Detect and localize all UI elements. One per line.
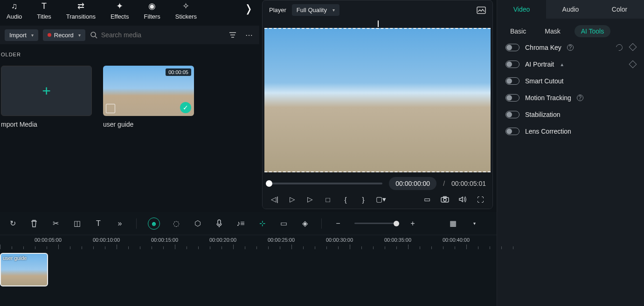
- playhead-icon[interactable]: [378, 20, 379, 27]
- subtab-mask[interactable]: Mask: [540, 25, 565, 37]
- snapshot-icon[interactable]: [477, 7, 486, 14]
- player-viewport[interactable]: [264, 28, 491, 172]
- help-icon[interactable]: ?: [577, 95, 583, 101]
- toggle-smart-cutout[interactable]: [506, 77, 519, 85]
- ai-assistant-button[interactable]: ☻: [148, 218, 160, 230]
- keyframe-icon[interactable]: [629, 61, 637, 68]
- toggle-stabilization[interactable]: [506, 111, 519, 118]
- timeline-clip[interactable]: user guide: [0, 253, 48, 286]
- stop-button[interactable]: □: [323, 195, 332, 204]
- player-controls-area: 00:00:00:00 / 00:00:05:01 ◁| ▷ ▷ □ { } ▢…: [263, 172, 492, 209]
- ratio-dropdown[interactable]: ▢▾: [376, 195, 386, 204]
- tab-label: Filters: [144, 13, 160, 20]
- record-dropdown[interactable]: Record ▾: [43, 29, 85, 41]
- prop-label: AI Portrait: [525, 61, 554, 68]
- track-options-button[interactable]: ▾: [469, 218, 479, 229]
- tab-color[interactable]: Color: [595, 0, 644, 19]
- render-preview-button[interactable]: ▭: [278, 218, 289, 229]
- display-settings-button[interactable]: ▭: [422, 195, 432, 204]
- help-icon[interactable]: ?: [567, 44, 574, 51]
- timeline-ruler[interactable]: 00:00:05:00 00:00:10:00 00:00:15:00 00:0…: [0, 235, 497, 251]
- zoom-in-button[interactable]: +: [408, 218, 418, 229]
- caret-up-icon[interactable]: ▲: [560, 62, 564, 67]
- filter-settings-icon[interactable]: [227, 29, 239, 41]
- properties-subtabs: Basic Mask AI Tools: [497, 19, 644, 41]
- prop-smart-cutout: Smart Cutout: [506, 77, 636, 85]
- mark-in-button[interactable]: {: [341, 195, 350, 204]
- subtab-basic[interactable]: Basic: [506, 25, 531, 37]
- music-note-icon: ♫: [11, 1, 18, 11]
- film-icon: [106, 104, 115, 113]
- camera-snapshot-button[interactable]: [440, 195, 450, 204]
- tab-stickers[interactable]: ✧ Stickers: [175, 0, 197, 20]
- media-clip-tile[interactable]: 00:00:05 ✓ user guide: [103, 66, 194, 128]
- filter-icon: ◉: [148, 1, 156, 11]
- auto-beat-button[interactable]: ⊹: [257, 218, 267, 229]
- quality-dropdown[interactable]: Full Quality ▾: [292, 4, 339, 16]
- crop-button[interactable]: ◫: [72, 218, 82, 229]
- speed-button[interactable]: ◌: [171, 218, 181, 229]
- voiceover-button[interactable]: [214, 218, 224, 229]
- play-button[interactable]: ▷: [288, 195, 297, 204]
- keyframe-icon[interactable]: [629, 43, 637, 51]
- clip-thumbnail[interactable]: 00:00:05 ✓: [103, 66, 194, 116]
- chevron-down-icon: ▾: [78, 33, 81, 38]
- seek-bar[interactable]: [269, 183, 382, 184]
- more-options-icon[interactable]: ⋯: [243, 29, 255, 41]
- player-ruler[interactable]: [263, 20, 492, 28]
- reset-icon[interactable]: [615, 43, 623, 52]
- delete-button[interactable]: [29, 218, 39, 229]
- track-view-button[interactable]: ▦: [448, 218, 458, 229]
- marker-button[interactable]: ⬡: [193, 218, 203, 229]
- keyframe-button[interactable]: ◈: [300, 218, 310, 229]
- tab-label: Transitions: [66, 13, 96, 20]
- prev-frame-button[interactable]: ◁|: [270, 195, 279, 204]
- properties-tabs: Video Audio Color: [497, 0, 644, 19]
- prop-label: Motion Tracking: [525, 94, 571, 102]
- ai-tools-list: Chroma Key ? AI Portrait ▲ Smart Cutout …: [497, 41, 644, 138]
- text-button[interactable]: T: [93, 218, 104, 229]
- import-media-tile[interactable]: + mport Media: [1, 66, 92, 128]
- volume-button[interactable]: [458, 195, 467, 204]
- tab-transitions[interactable]: ⇄ Transitions: [66, 0, 96, 20]
- zoom-out-button[interactable]: −: [333, 218, 343, 229]
- search-media: [90, 31, 222, 39]
- tab-label: Titles: [37, 13, 51, 20]
- timeline-tracks[interactable]: user guide: [0, 251, 497, 302]
- import-dropdown[interactable]: Import ▾: [5, 29, 38, 41]
- expand-tabs-icon[interactable]: ❭: [244, 0, 253, 15]
- time-stamp: 00:00:05:00: [35, 237, 62, 243]
- tab-label: Stickers: [175, 13, 197, 20]
- redo-button[interactable]: ↻: [7, 218, 18, 229]
- quality-label: Full Quality: [297, 7, 327, 14]
- subtab-ai-tools[interactable]: AI Tools: [575, 25, 611, 37]
- media-grid: + mport Media 00:00:05 ✓ user guide: [0, 60, 259, 134]
- zoom-slider[interactable]: [354, 223, 396, 224]
- seek-knob-icon[interactable]: [266, 180, 272, 187]
- toggle-ai-portrait[interactable]: [506, 61, 519, 68]
- zoom-knob-icon[interactable]: [394, 221, 399, 226]
- mark-out-button[interactable]: }: [359, 195, 368, 204]
- fullscreen-button[interactable]: ⛶: [476, 195, 485, 204]
- tab-filters[interactable]: ◉ Filters: [144, 0, 160, 20]
- audio-mixer-button[interactable]: ♪≡: [235, 218, 246, 229]
- toggle-lens-correction[interactable]: [506, 128, 519, 135]
- tab-audio[interactable]: ♫ Audio: [7, 0, 22, 20]
- add-media-thumb[interactable]: +: [1, 66, 92, 116]
- toggle-chroma-key[interactable]: [506, 44, 519, 51]
- clip-label: user guide: [3, 255, 27, 261]
- search-icon: [90, 31, 97, 39]
- search-input[interactable]: [101, 31, 194, 39]
- tab-audio-props[interactable]: Audio: [546, 0, 595, 19]
- play-forward-button[interactable]: ▷: [305, 195, 315, 204]
- sticker-icon: ✧: [182, 1, 189, 11]
- svg-line-1: [95, 36, 97, 38]
- more-tools-button[interactable]: »: [115, 218, 125, 229]
- tab-effects[interactable]: ✦ Effects: [111, 0, 129, 20]
- prop-chroma-key: Chroma Key ?: [506, 44, 636, 51]
- prop-label: Stabilization: [525, 111, 561, 118]
- toggle-motion-tracking[interactable]: [506, 94, 519, 102]
- tab-titles[interactable]: T Titles: [37, 0, 51, 20]
- split-button[interactable]: ✂: [50, 218, 61, 229]
- tab-video[interactable]: Video: [497, 0, 546, 19]
